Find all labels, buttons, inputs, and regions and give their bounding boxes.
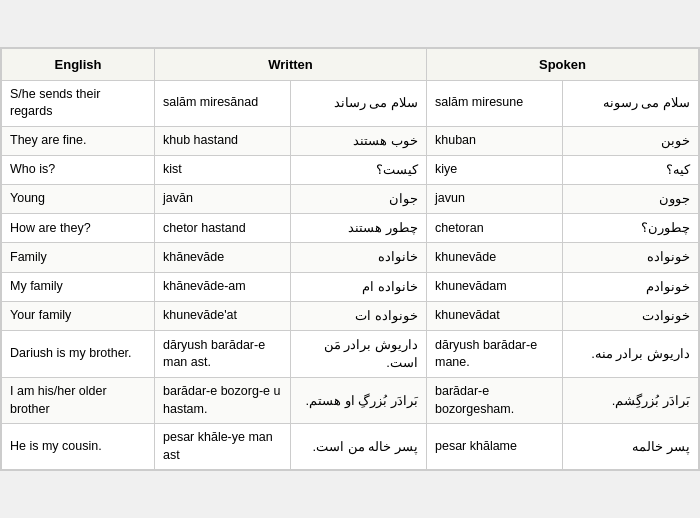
cell-spoken-latin: pesar khālame	[426, 424, 562, 470]
cell-english: Dariush is my brother.	[2, 330, 155, 377]
language-table: English Written Spoken S/he sends their …	[0, 47, 700, 472]
cell-written-persian: چطور هستند	[290, 214, 426, 243]
cell-written-persian: کیست؟	[290, 155, 426, 184]
cell-spoken-persian: خونوادت	[562, 301, 698, 330]
cell-written-latin: chetor hastand	[154, 214, 290, 243]
table-row: Family khānevāde خانواده khunevāde خونوا…	[2, 243, 699, 272]
cell-english: Family	[2, 243, 155, 272]
table-row: My family khānevāde-am خانواده ام khunev…	[2, 272, 699, 301]
cell-written-latin: salām miresānad	[154, 80, 290, 126]
table-row: They are fine. khub hastand خوب هستند kh…	[2, 126, 699, 155]
cell-written-persian: داریوش برادر مَن است.	[290, 330, 426, 377]
cell-written-latin: kist	[154, 155, 290, 184]
cell-spoken-persian: خونواده	[562, 243, 698, 272]
cell-spoken-latin: khuban	[426, 126, 562, 155]
cell-english: Your family	[2, 301, 155, 330]
cell-written-persian: خونواده ات	[290, 301, 426, 330]
cell-written-persian: خانواده ام	[290, 272, 426, 301]
cell-spoken-latin: chetoran	[426, 214, 562, 243]
cell-written-latin: khub hastand	[154, 126, 290, 155]
cell-written-persian: بَرادَر بُزرگِ او هستم.	[290, 378, 426, 424]
cell-english: I am his/her older brother	[2, 378, 155, 424]
table-row: He is my cousin. pesar khāle-ye man ast …	[2, 424, 699, 470]
table-row: Your family khunevāde'at خونواده ات khun…	[2, 301, 699, 330]
cell-written-latin: pesar khāle-ye man ast	[154, 424, 290, 470]
table-row: S/he sends their regards salām miresānad…	[2, 80, 699, 126]
cell-written-latin: khānevāde	[154, 243, 290, 272]
cell-english: Young	[2, 185, 155, 214]
cell-written-persian: جوان	[290, 185, 426, 214]
cell-written-latin: barādar-e bozorg-e u hastam.	[154, 378, 290, 424]
cell-spoken-latin: khunevādat	[426, 301, 562, 330]
table-row: How are they? chetor hastand چطور هستند …	[2, 214, 699, 243]
table-row: Who is? kist کیست؟ kiye کیه؟	[2, 155, 699, 184]
cell-written-latin: khunevāde'at	[154, 301, 290, 330]
cell-spoken-persian: پسر خالمه	[562, 424, 698, 470]
cell-spoken-persian: بَرادَر بُزرگِشم.	[562, 378, 698, 424]
cell-spoken-latin: khunevādam	[426, 272, 562, 301]
cell-spoken-latin: javun	[426, 185, 562, 214]
cell-written-persian: پسر خاله من است.	[290, 424, 426, 470]
cell-written-persian: خوب هستند	[290, 126, 426, 155]
table-row: I am his/her older brother barādar-e boz…	[2, 378, 699, 424]
cell-english: S/he sends their regards	[2, 80, 155, 126]
header-spoken: Spoken	[426, 48, 698, 80]
cell-written-latin: khānevāde-am	[154, 272, 290, 301]
cell-english: How are they?	[2, 214, 155, 243]
cell-written-latin: dāryush barādar-e man ast.	[154, 330, 290, 377]
cell-spoken-persian: کیه؟	[562, 155, 698, 184]
cell-written-latin: javān	[154, 185, 290, 214]
cell-spoken-persian: چطورن؟	[562, 214, 698, 243]
cell-written-persian: سلام می رساند	[290, 80, 426, 126]
cell-spoken-persian: خوبن	[562, 126, 698, 155]
cell-spoken-latin: kiye	[426, 155, 562, 184]
cell-spoken-persian: داریوش برادر منه.	[562, 330, 698, 377]
header-english: English	[2, 48, 155, 80]
cell-english: Who is?	[2, 155, 155, 184]
cell-spoken-persian: خونوادم	[562, 272, 698, 301]
table-row: Young javān جوان javun جوون	[2, 185, 699, 214]
cell-written-persian: خانواده	[290, 243, 426, 272]
cell-english: They are fine.	[2, 126, 155, 155]
cell-spoken-latin: salām miresune	[426, 80, 562, 126]
cell-spoken-latin: barādar-e bozorgesham.	[426, 378, 562, 424]
cell-spoken-persian: جوون	[562, 185, 698, 214]
cell-english: He is my cousin.	[2, 424, 155, 470]
cell-spoken-persian: سلام می رسونه	[562, 80, 698, 126]
cell-spoken-latin: khunevāde	[426, 243, 562, 272]
cell-english: My family	[2, 272, 155, 301]
header-written: Written	[154, 48, 426, 80]
table-row: Dariush is my brother. dāryush barādar-e…	[2, 330, 699, 377]
cell-spoken-latin: dāryush barādar-e mane.	[426, 330, 562, 377]
